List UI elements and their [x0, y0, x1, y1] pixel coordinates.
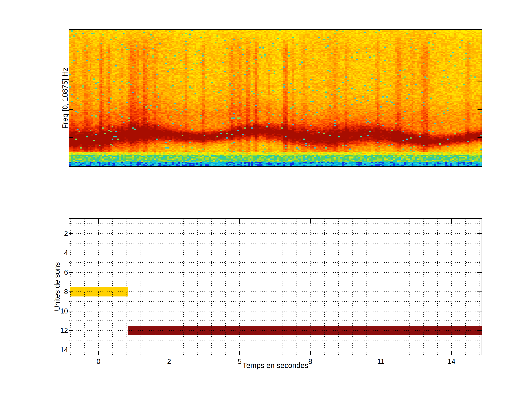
- grid-line-h: [69, 321, 481, 321]
- x-tick-top: [169, 219, 169, 223]
- x-tick-label: 8: [298, 358, 323, 366]
- grid-line-h: [69, 243, 481, 243]
- grid-line-v: [381, 219, 381, 355]
- y-tick-right: [477, 350, 481, 350]
- grid-line-v: [423, 219, 424, 355]
- grid-line-v: [465, 219, 466, 355]
- x-tick-bottom: [451, 351, 452, 355]
- grid-line-h: [69, 253, 481, 253]
- grid-line-v: [451, 219, 452, 355]
- grid-line-v: [395, 219, 395, 355]
- y-tick-left: [69, 233, 73, 234]
- y-tick-left: [69, 330, 73, 331]
- grid-line-h: [69, 311, 481, 311]
- grid-line-v: [409, 219, 410, 355]
- x-tick-bottom: [98, 351, 99, 355]
- grid-line-h: [69, 340, 481, 341]
- grid-line-v: [239, 219, 240, 355]
- x-tick-label: 14: [438, 358, 464, 366]
- grid-line-v: [480, 219, 480, 355]
- spec-y-tick-left: [69, 53, 73, 53]
- spec-y-tick-left: [69, 109, 73, 110]
- y-tick-left: [69, 253, 73, 253]
- grid-line-v: [98, 219, 99, 355]
- grid-line-v: [367, 219, 367, 355]
- x-tick-top: [451, 219, 452, 223]
- y-tick-right: [477, 233, 481, 234]
- spec-y-tick-right: [477, 137, 481, 138]
- x-tick-bottom: [239, 351, 240, 355]
- grid-line-v: [254, 219, 254, 355]
- grid-line-h: [69, 301, 481, 302]
- spec-y-tick-left: [69, 81, 73, 82]
- y-tick-label: 10: [44, 307, 68, 316]
- y-tick-right: [477, 291, 481, 292]
- grid-line-v: [169, 219, 169, 355]
- grid-line-v: [84, 219, 85, 355]
- y-tick-label: 14: [44, 345, 68, 354]
- x-tick-label: 11: [368, 358, 394, 366]
- grid-line-h: [69, 272, 481, 273]
- y-tick-right: [477, 272, 481, 273]
- grid-line-v: [127, 219, 127, 355]
- y-tick-left: [69, 350, 73, 350]
- grid-line-h: [69, 223, 481, 224]
- x-tick-top: [239, 219, 240, 223]
- spectrogram-tick-layer: [69, 30, 481, 166]
- grid-line-v: [155, 219, 155, 355]
- x-tick-top: [310, 219, 311, 223]
- spec-y-tick-right: [477, 81, 481, 82]
- grid-line-v: [197, 219, 198, 355]
- y-tick-label: 2: [44, 229, 68, 238]
- grid-line-v: [352, 219, 353, 355]
- y-tick-left: [69, 311, 73, 311]
- grid-line-h: [69, 282, 481, 282]
- spectrogram-plot: [69, 29, 482, 167]
- x-tick-label: 0: [86, 358, 111, 366]
- grid-line-h: [69, 291, 481, 292]
- y-tick-label: 6: [44, 268, 68, 277]
- y-tick-right: [477, 253, 481, 253]
- x-tick-label: 5: [227, 358, 253, 366]
- grid-line-h: [69, 330, 481, 331]
- y-tick-left: [69, 272, 73, 273]
- top-y-axis-label: Freq [0, 10875] Hz: [61, 67, 69, 129]
- x-tick-label: 2: [156, 358, 182, 366]
- grid-line-v: [183, 219, 184, 355]
- grid-line-h: [69, 233, 481, 234]
- grid-line-v: [112, 219, 113, 355]
- spec-y-tick-right: [477, 109, 481, 110]
- y-tick-label: 8: [44, 287, 68, 296]
- grid-line-h: [69, 262, 481, 263]
- bar-plot: [69, 218, 482, 355]
- spec-y-tick-left: [69, 137, 73, 138]
- x-tick-bottom: [310, 351, 311, 355]
- grid-line-v: [282, 219, 282, 355]
- y-tick-right: [477, 311, 481, 311]
- grid-line-v: [211, 219, 212, 355]
- y-tick-label: 4: [44, 248, 68, 257]
- y-tick-left: [69, 291, 73, 292]
- x-tick-top: [381, 219, 381, 223]
- grid-line-v: [296, 219, 297, 355]
- grid-line-v: [324, 219, 325, 355]
- spec-y-tick-right: [477, 53, 481, 53]
- grid-line-h: [69, 350, 481, 350]
- grid-line-v: [140, 219, 141, 355]
- y-tick-label: 12: [44, 326, 68, 335]
- figure-canvas: Freq [0, 10875] Hz Unites de sons Temps …: [0, 0, 532, 399]
- grid-line-v: [225, 219, 226, 355]
- x-tick-bottom: [169, 351, 169, 355]
- grid-line-v: [268, 219, 268, 355]
- x-tick-top: [98, 219, 99, 223]
- x-tick-bottom: [381, 351, 381, 355]
- grid-line-v: [437, 219, 438, 355]
- grid-line-v: [310, 219, 310, 355]
- y-tick-right: [477, 330, 481, 331]
- grid-line-v: [70, 219, 70, 355]
- grid-line-v: [338, 219, 339, 355]
